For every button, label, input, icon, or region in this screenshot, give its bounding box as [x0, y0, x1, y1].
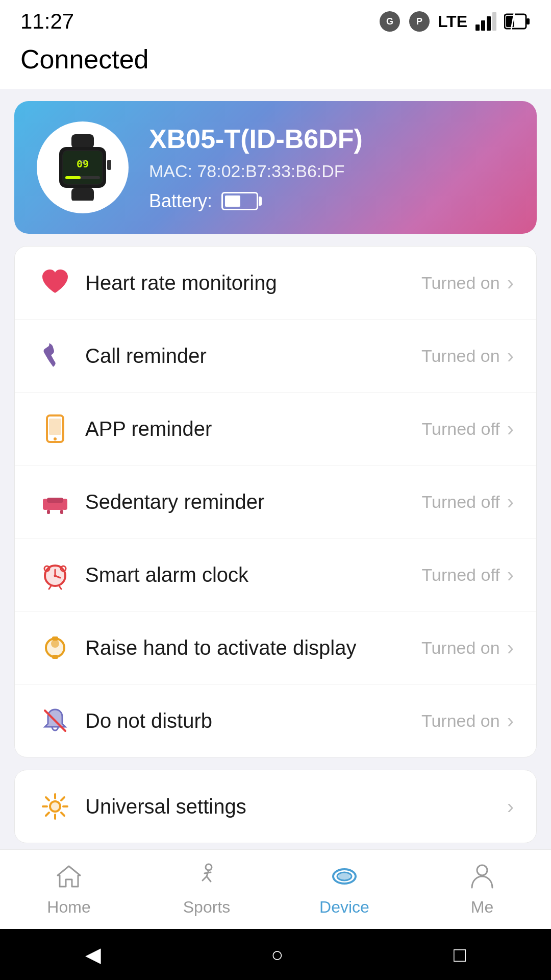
settings-card: Heart rate monitoring Turned on › Call r… [14, 246, 537, 757]
bottom-nav: Home Sports Device [0, 849, 551, 929]
hand-icon [37, 630, 73, 666]
svg-rect-7 [492, 12, 496, 31]
sedentary-reminder-label: Sedentary reminder [85, 491, 422, 513]
svg-point-42 [51, 640, 59, 648]
main-content: 09 35 XB05-T(ID-B6DF) MAC: 78:02:B7:33:B… [0, 101, 551, 980]
battery-icon [221, 192, 258, 210]
call-reminder-label: Call reminder [85, 345, 421, 368]
nav-device-label: Device [319, 898, 369, 917]
heart-rate-status: Turned on [421, 273, 500, 293]
android-nav: ◀ ○ □ [0, 929, 551, 980]
svg-rect-23 [49, 419, 61, 435]
signal-icon [474, 10, 497, 33]
do-not-disturb-row[interactable]: Do not disturb Turned on › [15, 684, 536, 757]
svg-point-55 [477, 865, 487, 875]
app-reminder-row[interactable]: APP reminder Turned off › [15, 393, 536, 465]
svg-rect-5 [481, 20, 485, 31]
sedentary-reminder-status: Turned off [422, 492, 500, 512]
call-reminder-status: Turned on [421, 346, 500, 366]
nav-me[interactable]: Me [441, 860, 523, 917]
svg-rect-54 [339, 872, 349, 880]
sedentary-reminder-row[interactable]: Sedentary reminder Turned off › [15, 465, 536, 538]
svg-rect-6 [487, 16, 491, 31]
call-reminder-row[interactable]: Call reminder Turned on › [15, 320, 536, 393]
device-avatar: 09 35 [37, 121, 129, 213]
svg-line-39 [59, 586, 61, 589]
svg-rect-21 [107, 160, 111, 170]
smart-alarm-status: Turned off [422, 565, 500, 585]
raise-hand-row[interactable]: Raise hand to activate display Turned on… [15, 611, 536, 684]
heart-icon [37, 265, 73, 301]
svg-rect-29 [47, 510, 50, 514]
status-battery-icon [504, 12, 531, 31]
svg-rect-43 [52, 636, 58, 641]
p-icon: P [408, 10, 431, 33]
sofa-icon [37, 484, 73, 520]
heart-rate-row[interactable]: Heart rate monitoring Turned on › [15, 247, 536, 320]
coin-icon: G [379, 10, 401, 33]
svg-rect-12 [71, 134, 94, 149]
heart-rate-label: Heart rate monitoring [85, 272, 421, 295]
svg-point-24 [54, 437, 57, 440]
app-reminder-chevron: › [507, 418, 514, 440]
nav-sports[interactable]: Sports [166, 860, 247, 917]
universal-settings-chevron: › [507, 795, 514, 818]
svg-rect-44 [52, 655, 58, 659]
universal-settings-row[interactable]: Universal settings › [15, 770, 536, 843]
svg-point-35 [54, 575, 57, 577]
page-title: Connected [20, 44, 149, 74]
do-not-disturb-chevron: › [507, 709, 514, 732]
svg-rect-19 [65, 176, 81, 179]
do-not-disturb-label: Do not disturb [85, 709, 421, 732]
phone-icon [37, 338, 73, 374]
app-reminder-status: Turned off [422, 419, 500, 439]
recent-button[interactable]: □ [454, 943, 466, 966]
raise-hand-chevron: › [507, 636, 514, 659]
nav-home-label: Home [47, 898, 90, 917]
universal-settings-card[interactable]: Universal settings › [14, 770, 537, 843]
person-icon [466, 860, 498, 893]
svg-text:35: 35 [80, 159, 86, 165]
svg-text:G: G [386, 16, 393, 27]
svg-line-38 [49, 586, 51, 589]
do-not-disturb-status: Turned on [421, 711, 500, 731]
heart-rate-chevron: › [507, 272, 514, 295]
svg-rect-30 [60, 510, 63, 514]
alarm-icon [37, 557, 73, 593]
mobile-icon [37, 411, 73, 447]
sedentary-reminder-chevron: › [507, 491, 514, 513]
device-battery-row: Battery: [149, 190, 363, 212]
device-card: 09 35 XB05-T(ID-B6DF) MAC: 78:02:B7:33:B… [14, 101, 537, 234]
gear-icon [37, 789, 73, 824]
raise-hand-status: Turned on [421, 638, 500, 658]
nav-sports-label: Sports [183, 898, 230, 917]
nav-device[interactable]: Device [304, 860, 385, 917]
device-info: XB05-T(ID-B6DF) MAC: 78:02:B7:33:B6:DF B… [149, 124, 363, 212]
svg-rect-28 [47, 498, 63, 503]
page-header: Connected [0, 39, 551, 89]
svg-rect-20 [71, 188, 94, 201]
status-icons: G P LTE [379, 10, 531, 33]
device-mac: MAC: 78:02:B7:33:B6:DF [149, 161, 363, 181]
battery-label: Battery: [149, 190, 212, 212]
device-name: XB05-T(ID-B6DF) [149, 124, 363, 154]
svg-rect-4 [475, 24, 480, 31]
home-button[interactable]: ○ [271, 943, 283, 966]
bell-off-icon [37, 703, 73, 739]
device-nav-icon [328, 860, 361, 893]
call-reminder-chevron: › [507, 345, 514, 368]
svg-rect-9 [527, 18, 530, 24]
svg-point-47 [50, 801, 60, 812]
smart-alarm-row[interactable]: Smart alarm clock Turned off › [15, 538, 536, 611]
universal-settings-label: Universal settings [85, 795, 507, 818]
lte-label: LTE [438, 12, 467, 31]
smart-alarm-label: Smart alarm clock [85, 564, 422, 586]
raise-hand-label: Raise hand to activate display [85, 636, 421, 659]
svg-text:P: P [416, 16, 422, 27]
nav-home[interactable]: Home [28, 860, 110, 917]
app-reminder-label: APP reminder [85, 418, 422, 440]
status-time: 11:27 [20, 9, 74, 34]
svg-point-50 [206, 864, 212, 870]
back-button[interactable]: ◀ [85, 943, 101, 966]
watch-image: 09 35 [52, 134, 113, 201]
